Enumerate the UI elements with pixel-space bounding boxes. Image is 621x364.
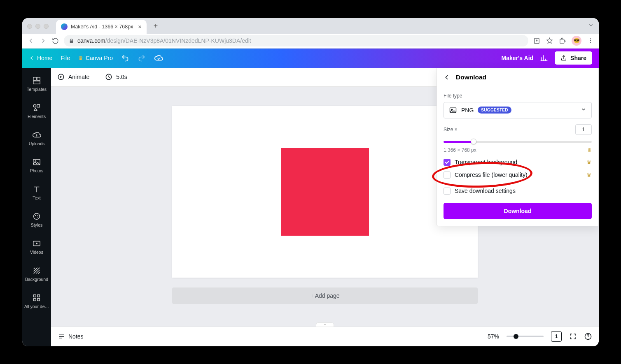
- browser-tab[interactable]: Maker's Aid - 1366 × 768px ×: [56, 20, 147, 34]
- canva-pro-link[interactable]: ♛ Canva Pro: [78, 55, 113, 61]
- file-type-select[interactable]: PNG SUGGESTED: [444, 102, 592, 118]
- redo-button: [138, 54, 146, 62]
- share-button[interactable]: Share: [555, 51, 592, 65]
- templates-icon: [32, 76, 41, 85]
- zoom-thumb[interactable]: [514, 334, 518, 339]
- add-page-button[interactable]: + Add page: [172, 287, 478, 304]
- close-tab-icon[interactable]: ×: [138, 23, 142, 30]
- crown-icon: ♛: [586, 159, 592, 165]
- back-icon[interactable]: [444, 74, 450, 81]
- pro-label: Canva Pro: [86, 55, 113, 61]
- rail-background[interactable]: Background: [22, 260, 51, 287]
- canva-favicon-icon: [61, 23, 68, 30]
- transparent-bg-label: Transparent background: [455, 159, 517, 165]
- clock-icon: [105, 73, 113, 81]
- background-icon: [32, 266, 41, 275]
- tab-overflow-icon[interactable]: [588, 22, 594, 30]
- transparent-bg-checkbox[interactable]: [444, 159, 451, 166]
- help-icon[interactable]: [584, 332, 592, 341]
- reload-button[interactable]: [52, 37, 59, 44]
- rail-all-designs[interactable]: All your de…: [22, 287, 51, 315]
- extensions-icon[interactable]: [559, 37, 566, 44]
- rail-elements[interactable]: Elements: [22, 97, 51, 125]
- svg-point-16: [37, 215, 38, 216]
- download-panel: Download File type PNG SUGGESTED Size × …: [437, 68, 599, 226]
- svg-rect-2: [561, 38, 563, 39]
- transparent-bg-row[interactable]: Transparent background ♛: [444, 159, 592, 166]
- timeline-handle[interactable]: [316, 322, 334, 327]
- file-type-label: File type: [444, 93, 592, 99]
- size-multiplier-input[interactable]: 1: [575, 124, 592, 135]
- insights-icon[interactable]: [540, 54, 548, 62]
- rail-uploads[interactable]: Uploads: [22, 125, 51, 152]
- file-menu[interactable]: File: [61, 55, 70, 61]
- traffic-max[interactable]: [44, 24, 49, 29]
- grid-icon: [32, 293, 41, 302]
- save-settings-checkbox[interactable]: [444, 188, 451, 195]
- svg-point-4: [590, 38, 591, 39]
- new-tab-button[interactable]: +: [150, 21, 161, 32]
- svg-rect-20: [37, 294, 40, 297]
- home-link[interactable]: Home: [29, 55, 52, 61]
- profile-avatar[interactable]: 😎: [572, 36, 581, 46]
- svg-rect-19: [34, 294, 36, 297]
- traffic-close[interactable]: [27, 24, 32, 29]
- browser-window: Maker's Aid - 1366 × 768px × + canva.com…: [22, 18, 599, 346]
- rail-photos[interactable]: Photos: [22, 152, 51, 179]
- design-page[interactable]: [172, 106, 478, 278]
- svg-rect-7: [33, 77, 36, 80]
- animate-button[interactable]: Animate: [57, 73, 89, 81]
- editor-footer: Notes 57% 1: [51, 327, 599, 346]
- bookmark-icon[interactable]: [546, 37, 553, 44]
- compress-row[interactable]: Compress file (lower quality) ♛: [444, 172, 592, 179]
- rail-videos[interactable]: Videos: [22, 233, 51, 260]
- cloud-sync-icon[interactable]: [154, 53, 163, 63]
- install-app-icon[interactable]: [533, 37, 540, 44]
- undo-button[interactable]: [121, 54, 129, 62]
- animate-icon: [57, 73, 65, 81]
- save-settings-row[interactable]: Save download settings: [444, 188, 592, 195]
- red-square-element[interactable]: [281, 148, 369, 236]
- rail-templates[interactable]: Templates: [22, 70, 51, 97]
- file-type-value: PNG: [461, 107, 474, 114]
- dimensions-readout: 1,366 × 768 px: [444, 147, 476, 153]
- separator: [97, 72, 97, 81]
- url-input[interactable]: canva.com/design/DAE-NzV3p8A/01NVINzdedL…: [64, 35, 528, 46]
- page-count-button[interactable]: 1: [551, 331, 562, 342]
- nav-back-button[interactable]: [27, 37, 35, 44]
- svg-point-6: [590, 42, 591, 43]
- app-body: Templates Elements Uploads Photos Text S…: [22, 68, 599, 327]
- download-title: Download: [456, 74, 486, 81]
- notes-icon: [58, 333, 65, 340]
- photos-icon: [32, 158, 41, 167]
- fullscreen-icon[interactable]: [569, 333, 577, 340]
- svg-point-10: [33, 104, 36, 107]
- size-label: Size ×: [444, 127, 458, 132]
- app-header: Home File ♛ Canva Pro Maker's Aid Share: [22, 49, 599, 68]
- duration-button[interactable]: 5.0s: [105, 73, 127, 81]
- zoom-value: 57%: [488, 333, 499, 340]
- elements-icon: [32, 103, 41, 112]
- download-button[interactable]: Download: [444, 203, 592, 219]
- url-path: /design/DAE-NzV3p8A/01NVINzdedLNP-KUWju3…: [105, 37, 251, 44]
- save-settings-label: Save download settings: [455, 188, 516, 194]
- suggested-badge: SUGGESTED: [478, 107, 511, 114]
- rail-styles[interactable]: Styles: [22, 206, 51, 233]
- svg-rect-3: [564, 40, 565, 42]
- size-slider[interactable]: [444, 137, 592, 146]
- traffic-min[interactable]: [35, 24, 40, 29]
- slider-thumb[interactable]: [471, 139, 476, 144]
- rail-text[interactable]: Text: [22, 179, 51, 206]
- notes-button[interactable]: Notes: [58, 333, 84, 340]
- svg-rect-11: [37, 104, 40, 107]
- styles-icon: [32, 212, 41, 221]
- compress-checkbox[interactable]: [444, 172, 451, 179]
- nav-forward-button: [40, 37, 47, 44]
- project-name[interactable]: Maker's Aid: [502, 55, 534, 61]
- crown-icon: ♛: [587, 147, 592, 153]
- menu-icon[interactable]: [587, 37, 594, 44]
- uploads-icon: [32, 130, 41, 139]
- svg-rect-9: [33, 81, 40, 83]
- tab-title: Maker's Aid - 1366 × 768px: [71, 24, 133, 30]
- zoom-slider[interactable]: [507, 336, 544, 337]
